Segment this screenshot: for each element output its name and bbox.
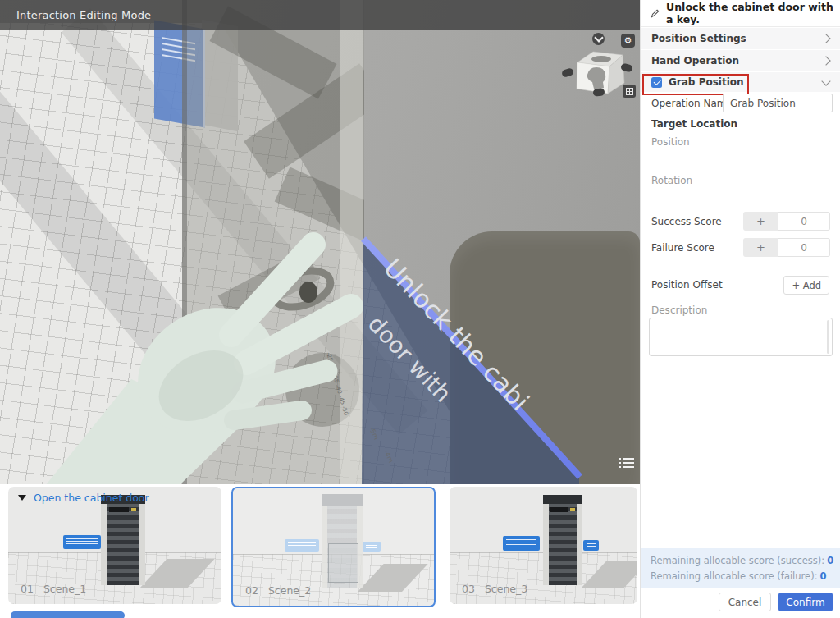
task-title: Unlock the cabinet door with a key.	[666, 1, 840, 25]
viewport-mode-bar: Interaction Editing Mode	[0, 0, 640, 30]
cabinet-model-open	[322, 494, 363, 588]
mode-label: Interaction Editing Mode	[16, 9, 151, 21]
chevron-right-icon	[821, 34, 830, 43]
textarea-scrollbar	[827, 320, 829, 354]
scene-thumbnail-strip: Open the cabinet door 01 Scene_1 02 Scen…	[0, 484, 640, 618]
remaining-failure-line: Remaining allocable score (failure):0	[651, 570, 840, 582]
annotation-tooltip	[285, 539, 319, 552]
annotation-tooltip	[63, 535, 101, 549]
position-label: Position	[651, 136, 690, 148]
success-score-control: + 0	[743, 212, 830, 231]
scene-annotation[interactable]: Open the cabinet door	[18, 492, 149, 504]
scene-label: 01 Scene_1	[21, 583, 86, 595]
list-icon[interactable]	[619, 458, 634, 468]
description-textarea[interactable]	[649, 318, 833, 356]
annotation-tooltip	[503, 536, 540, 551]
success-score-plus-button[interactable]: +	[743, 212, 778, 231]
orbit-down-icon[interactable]	[592, 33, 605, 45]
annotation-tooltip	[583, 540, 599, 551]
remaining-success-line: Remaining allocable score (success):0	[651, 555, 840, 566]
remaining-score-panel: Remaining allocable score (success):0 Re…	[641, 548, 840, 588]
scene-overlay: Unlock the cabi door with -25 -30 -35 -4…	[0, 0, 640, 484]
panel-grab-position[interactable]: Grab Position	[641, 72, 840, 92]
chevron-right-icon	[821, 56, 830, 65]
dropdown-triangle-icon[interactable]	[18, 495, 26, 501]
panel-position-settings[interactable]: Position Settings	[641, 28, 840, 49]
panel-hand-operation[interactable]: Hand Operation	[641, 50, 840, 71]
thumbnail-scrollbar[interactable]	[11, 611, 125, 618]
properties-sidebar: Unlock the cabinet door with a key. Posi…	[640, 0, 840, 618]
confirm-button[interactable]: Confirm	[778, 593, 833, 611]
failure-score-control: + 0	[743, 238, 830, 257]
3d-viewport[interactable]: Unlock the cabi door with -25 -30 -35 -4…	[0, 0, 640, 484]
add-offset-button[interactable]: + Add	[783, 276, 829, 295]
operation-name-label: Operation Name	[651, 98, 733, 109]
scene-thumbnail-1[interactable]: Open the cabinet door 01 Scene_1	[8, 487, 221, 604]
failure-score-plus-button[interactable]: +	[743, 238, 778, 257]
annotation-tooltip	[363, 542, 381, 552]
annotation-label: Open the cabinet door	[34, 492, 149, 504]
cancel-button[interactable]: Cancel	[719, 593, 771, 611]
operation-name-input[interactable]	[723, 94, 833, 112]
divider	[641, 268, 840, 268]
scene-thumbnail-3[interactable]: 03 Scene_3	[450, 487, 637, 604]
scene-thumbnail-2[interactable]: 02 Scene_2	[231, 487, 436, 607]
rotation-label: Rotation	[651, 175, 692, 186]
grid-view-icon[interactable]	[623, 85, 636, 98]
chevron-down-icon	[821, 76, 830, 85]
cabinet-model	[101, 495, 145, 585]
position-offset-label: Position Offset	[651, 279, 723, 291]
success-score-label: Success Score	[651, 216, 722, 227]
grab-position-checkbox[interactable]	[651, 77, 662, 88]
scene-label: 03 Scene_3	[462, 583, 527, 595]
description-label: Description	[651, 304, 707, 316]
task-header: Unlock the cabinet door with a key.	[641, 0, 840, 27]
target-location-label: Target Location	[651, 118, 737, 130]
edit-pencil-icon	[651, 8, 660, 19]
success-score-value[interactable]: 0	[778, 212, 830, 231]
failure-score-label: Failure Score	[651, 242, 714, 254]
failure-score-value[interactable]: 0	[778, 238, 830, 257]
task-sign: Unlock the cabi door with	[362, 239, 580, 484]
cabinet-model	[543, 495, 582, 585]
scene-label: 02 Scene_2	[245, 584, 311, 597]
